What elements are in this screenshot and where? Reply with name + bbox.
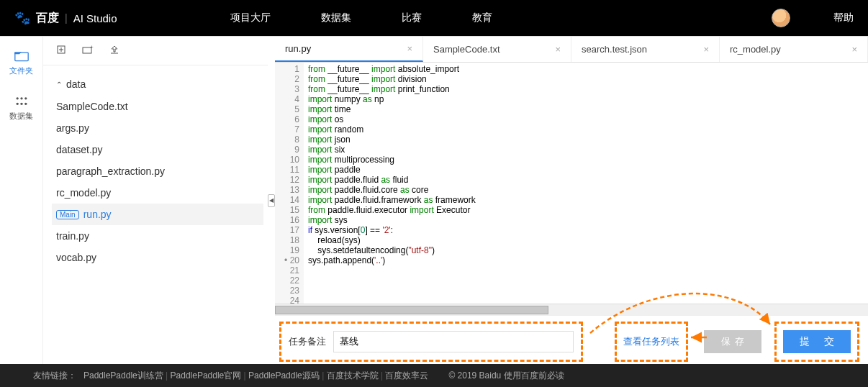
file-tree: ⌃ data SampleCode.txtargs.pydataset.pypa… — [43, 65, 268, 268]
svg-point-4 — [16, 103, 18, 105]
editor: run.py×SampleCode.txt×search.test.json×r… — [275, 37, 868, 364]
collapse-left-icon[interactable]: ◀ — [268, 194, 275, 207]
close-icon[interactable]: × — [407, 43, 412, 54]
file-toolbar: + — [43, 37, 268, 65]
footer-link[interactable]: PaddlePaddle源码 — [248, 370, 320, 381]
code-area[interactable]: 12345678910111213141516171819• 202122232… — [275, 63, 868, 304]
close-icon[interactable]: × — [555, 44, 561, 55]
close-icon[interactable]: × — [851, 44, 857, 55]
nav-datasets[interactable]: 数据集 — [321, 12, 351, 24]
editor-tab[interactable]: run.py× — [275, 37, 423, 62]
remark-label: 任务备注 — [289, 335, 326, 348]
avatar[interactable] — [772, 9, 790, 27]
nav-help[interactable]: 帮助 — [833, 12, 854, 24]
submit-button[interactable]: 提 交 — [783, 330, 851, 353]
upload-icon[interactable] — [109, 45, 119, 57]
grid-icon — [14, 95, 29, 108]
gutter: 12345678910111213141516171819• 202122232… — [275, 63, 304, 304]
footer-link[interactable]: 百度技术学院 — [327, 370, 379, 381]
footer-link[interactable]: PaddlePaddle官网 — [171, 370, 242, 381]
new-file-icon[interactable] — [56, 45, 66, 57]
top-nav: 🐾 百度 | AI Studio 项目大厅 数据集 比赛 教育 帮助 — [0, 0, 868, 36]
scrollbar-thumb[interactable] — [275, 306, 548, 314]
nav-projects[interactable]: 项目大厅 — [230, 12, 271, 24]
bottom-bar: 任务备注 查看任务列表 保存 提 交 — [275, 315, 868, 364]
vertical-iconbar: 文件夹 数据集 — [0, 37, 43, 364]
close-icon[interactable]: × — [703, 44, 709, 55]
editor-tab[interactable]: search.test.json× — [571, 37, 720, 62]
splitter[interactable]: ◀ — [268, 37, 275, 364]
iconbar-files[interactable]: 文件夹 — [9, 50, 33, 76]
iconbar-datasets[interactable]: 数据集 — [9, 95, 33, 122]
horizontal-scrollbar[interactable] — [275, 304, 868, 315]
svg-point-5 — [20, 103, 22, 105]
save-button[interactable]: 保存 — [704, 330, 761, 353]
baidu-paw-icon: 🐾 — [14, 10, 30, 26]
tree-file[interactable]: dataset.py — [52, 139, 263, 160]
nav-competition[interactable]: 比赛 — [402, 12, 422, 24]
code[interactable]: from __future__ import absolute_importfr… — [304, 63, 868, 304]
tree-file[interactable]: args.py — [52, 117, 263, 139]
tree-file[interactable]: Mainrun.py — [52, 204, 263, 225]
remark-highlight: 任务备注 — [279, 322, 583, 362]
footer-copyright: © 2019 Baidu 使用百度前必读 — [448, 370, 564, 382]
logo-ai: AI Studio — [73, 12, 117, 24]
tree-file[interactable]: rc_model.py — [52, 182, 263, 204]
nav-education[interactable]: 教育 — [472, 12, 492, 24]
chevron-right-icon: ⌃ — [56, 81, 62, 88]
editor-tab[interactable]: SampleCode.txt× — [423, 37, 571, 62]
footer-link[interactable]: PaddlePaddle训练营 — [83, 370, 163, 381]
logo-divider: | — [65, 12, 68, 24]
editor-tab[interactable]: rc_model.py× — [720, 37, 868, 62]
main-badge: Main — [56, 210, 79, 219]
view-task-list-link[interactable]: 查看任务列表 — [623, 335, 679, 348]
footer-prefix: 友情链接： — [33, 370, 76, 382]
footer: 友情链接： PaddlePaddle训练营 | PaddlePaddle官网 |… — [0, 364, 868, 387]
svg-point-6 — [24, 103, 27, 105]
footer-link[interactable]: 百度效率云 — [385, 370, 428, 381]
tree-folder-data[interactable]: ⌃ data — [52, 73, 263, 96]
tree-file[interactable]: SampleCode.txt — [52, 96, 263, 117]
tree-file[interactable]: train.py — [52, 225, 263, 247]
main: 文件夹 数据集 + ⌃ data SampleCode.txtargs.pyda… — [0, 36, 868, 364]
view-list-highlight: 查看任务列表 — [615, 322, 688, 362]
submit-highlight: 提 交 — [774, 322, 859, 362]
tree-file[interactable]: paragraph_extraction.py — [52, 160, 263, 182]
logo[interactable]: 🐾 百度 | AI Studio — [14, 10, 202, 26]
new-folder-icon[interactable]: + — [82, 45, 94, 57]
svg-point-3 — [24, 97, 27, 99]
remark-input[interactable] — [333, 331, 574, 352]
logo-baidu: 百度 — [36, 11, 59, 26]
editor-tabs: run.py×SampleCode.txt×search.test.json×r… — [275, 37, 868, 63]
svg-point-2 — [20, 97, 22, 99]
nav-links: 项目大厅 数据集 比赛 教育 — [230, 12, 492, 24]
svg-point-1 — [16, 97, 18, 99]
tree-file[interactable]: vocab.py — [52, 247, 263, 268]
file-panel: + ⌃ data SampleCode.txtargs.pydataset.py… — [43, 37, 268, 364]
svg-text:+: + — [90, 45, 94, 50]
folder-icon — [14, 50, 29, 63]
